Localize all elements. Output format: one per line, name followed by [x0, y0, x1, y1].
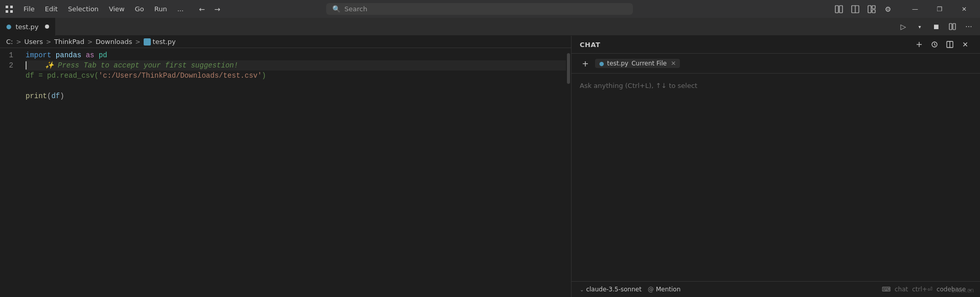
breadcrumb-thinkpad[interactable]: ThinkPad [54, 38, 84, 45]
window-controls: — ❐ ✕ [903, 0, 976, 18]
nav-arrows: ← → [195, 2, 224, 16]
chat-file-tabs: + ● test.py Current File ✕ [572, 54, 980, 74]
svg-rect-8 [868, 6, 871, 13]
svg-rect-12 [953, 24, 955, 30]
code-line-empty [26, 81, 566, 91]
scrollbar-thumb[interactable] [567, 53, 570, 84]
new-chat-button[interactable] [913, 38, 926, 51]
suggestion-text: ✨ Press Tab to accept your first suggest… [28, 60, 238, 71]
model-selector[interactable]: ⌄ claude-3.5-sonnet [580, 286, 642, 293]
chat-icon: ⌨ [882, 286, 891, 293]
svg-rect-4 [835, 6, 838, 13]
close-chat-button[interactable]: ✕ [959, 38, 972, 51]
line-number-2: 2 [4, 60, 19, 71]
identifier-pd: pd [99, 50, 107, 60]
keyword-import: import [26, 50, 51, 60]
func-print: print [26, 91, 47, 101]
menu-bar: File Edit Selection View Go Run ... [18, 3, 189, 15]
editor-scrollbar[interactable] [566, 48, 571, 297]
svg-rect-1 [10, 6, 13, 8]
settings-icon[interactable]: ⚙ [881, 2, 895, 16]
code-line-ghost: df = pd.read_csv('c:/Users/ThinkPad/Down… [26, 71, 566, 81]
stop-button[interactable]: ⏹ [929, 19, 943, 34]
nav-back-button[interactable]: ← [195, 2, 209, 16]
breadcrumb-file[interactable]: test.py [144, 38, 176, 45]
breadcrumb-downloads[interactable]: Downloads [96, 38, 132, 45]
code-editor[interactable]: 1 2 3 4 5 import pandas as pd ✨ Press Ta… [0, 48, 571, 297]
mention-label: Mention [656, 286, 680, 293]
code-line-1: import pandas as pd [26, 50, 566, 60]
title-bar-right: ⚙ [832, 2, 895, 16]
layout-icon-2[interactable] [848, 2, 862, 16]
code-content[interactable]: import pandas as pd ✨ Press Tab to accep… [26, 48, 566, 297]
chat-panel: CHAT [571, 36, 980, 297]
tab-bar: ● test.py ▷ ▾ ⏹ ··· [0, 18, 980, 36]
layout-icon-1[interactable] [832, 2, 846, 16]
breadcrumb: C: > Users > ThinkPad > Downloads > test… [0, 36, 571, 48]
add-context-button[interactable]: + [580, 58, 591, 69]
model-name: claude-3.5-sonnet [586, 286, 642, 293]
breadcrumb-sep-4: > [135, 38, 141, 45]
breadcrumb-filename: test.py [153, 38, 176, 45]
code-line-2: ✨ Press Tab to accept your first suggest… [26, 60, 566, 71]
line-number-5: 5 [4, 91, 19, 101]
ghost-code: df = pd.read_csv('c:/Users/ThinkPad/Down… [26, 71, 266, 81]
menu-view[interactable]: View [104, 3, 130, 15]
menu-go[interactable]: Go [130, 3, 149, 15]
tab-modified-indicator [45, 25, 49, 29]
tab-label: test.py [15, 23, 38, 31]
nav-forward-button[interactable]: → [210, 2, 224, 16]
chat-file-tag-label: Current File [631, 60, 667, 67]
line-number-1: 1 [4, 50, 19, 60]
svg-rect-5 [839, 6, 842, 13]
tab-test-py[interactable]: ● test.py [0, 18, 56, 36]
menu-file[interactable]: File [18, 3, 40, 15]
menu-selection[interactable]: Selection [63, 3, 104, 15]
search-icon: 🔍 [332, 5, 340, 13]
breadcrumb-users[interactable]: Users [25, 38, 43, 45]
line-number-4: 4 [4, 81, 19, 91]
chat-file-tag-icon: ● [599, 60, 604, 67]
identifier-pandas: pandas [56, 50, 81, 60]
chat-mode: chat [895, 286, 908, 293]
chat-footer: ⌄ claude-3.5-sonnet @ Mention ⌨ chat ctr… [572, 281, 980, 297]
close-button[interactable]: ✕ [952, 0, 976, 18]
maximize-button[interactable]: ❐ [928, 0, 951, 18]
mention-button[interactable]: @ Mention [648, 286, 680, 293]
text-cursor [26, 61, 27, 70]
menu-more[interactable]: ... [172, 3, 189, 15]
svg-rect-3 [10, 10, 13, 13]
more-actions-button[interactable]: ··· [962, 19, 976, 34]
title-bar: File Edit Selection View Go Run ... ← → … [0, 0, 980, 18]
run-button[interactable]: ▷ [896, 19, 910, 34]
split-editor-button[interactable] [945, 19, 960, 34]
chat-header: CHAT [572, 36, 980, 54]
layout-icon-3[interactable] [864, 2, 879, 16]
chat-layout-button[interactable] [943, 38, 956, 51]
keyword-as: as [86, 50, 95, 60]
menu-run[interactable]: Run [149, 3, 172, 15]
search-bar[interactable]: 🔍 Search [326, 3, 633, 15]
chat-shortcut: ctrl+⏎ [912, 286, 932, 293]
chat-file-tag: ● test.py Current File ✕ [595, 59, 680, 68]
svg-rect-10 [872, 10, 875, 13]
editor-area: C: > Users > ThinkPad > Downloads > test… [0, 36, 571, 297]
editor-tab-actions: ▷ ▾ ⏹ ··· [896, 19, 980, 34]
menu-edit[interactable]: Edit [40, 3, 63, 15]
close-icon: ✕ [962, 40, 968, 49]
run-dropdown-button[interactable]: ▾ [913, 19, 927, 34]
svg-rect-9 [872, 6, 875, 9]
chat-input-placeholder: Ask anything (Ctrl+L), ↑↓ to select [580, 82, 972, 89]
app-menu-icon[interactable] [4, 4, 14, 14]
chat-file-tag-close[interactable]: ✕ [671, 60, 676, 67]
breadcrumb-py-icon [144, 38, 151, 45]
python-file-icon: ● [6, 23, 11, 30]
chat-input-area[interactable]: Ask anything (Ctrl+L), ↑↓ to select [572, 74, 980, 281]
identifier-df: df [51, 91, 60, 101]
breadcrumb-drive[interactable]: C: [6, 38, 13, 45]
chat-history-button[interactable] [928, 38, 941, 51]
breadcrumb-sep-2: > [46, 38, 51, 45]
minimize-button[interactable]: — [903, 0, 927, 18]
watermark: znwx.cn [952, 287, 974, 294]
svg-rect-11 [949, 24, 952, 30]
